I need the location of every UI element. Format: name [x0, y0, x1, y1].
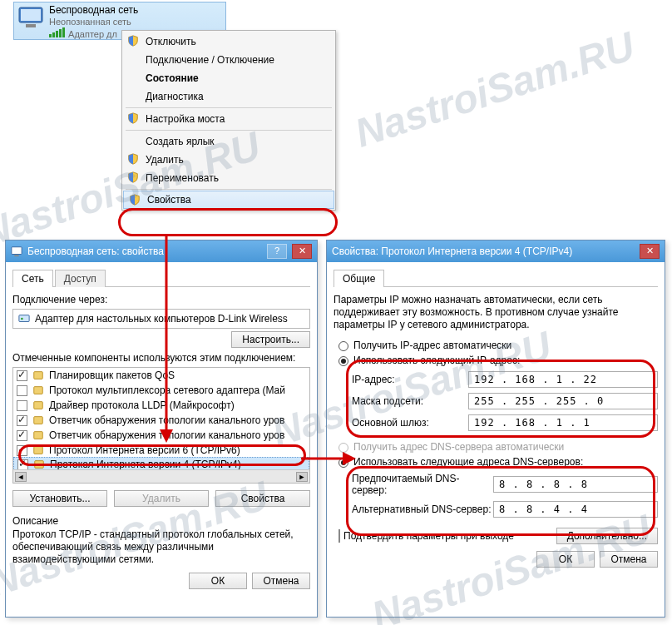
radio-manual-dns[interactable]: Использовать следующие адреса DNS-сервер…: [338, 456, 658, 468]
menu-item[interactable]: Отключить: [122, 32, 335, 51]
menu-item-label: Создать ярлык: [146, 136, 215, 147]
component-icon: [32, 384, 44, 396]
ip-input[interactable]: 192 . 168 . 1 . 22: [468, 371, 658, 388]
ok-button[interactable]: ОК: [189, 573, 247, 589]
svg-rect-4: [14, 255, 18, 256]
menu-item-label: Переименовать: [146, 172, 219, 184]
svg-rect-8: [34, 387, 43, 394]
menu-item[interactable]: Переименовать: [122, 169, 335, 187]
gateway-input[interactable]: 192 . 168 . 1 . 1: [468, 414, 658, 431]
component-item[interactable]: Драйвер протокола LLDP (Майкрософт): [13, 398, 309, 413]
checkbox-icon[interactable]: [17, 385, 27, 396]
dns1-input[interactable]: 8 . 8 . 8 . 8: [493, 476, 658, 493]
menu-item-label: Свойства: [147, 194, 191, 206]
dns1-label: Предпочитаемый DNS-сервер:: [352, 473, 493, 496]
close-button[interactable]: ✕: [640, 244, 660, 259]
menu-separator: [126, 130, 332, 131]
component-item[interactable]: Ответчик обнаружения топологии канальног…: [13, 428, 309, 443]
radio-icon: [338, 356, 348, 366]
checkbox-icon[interactable]: [17, 459, 28, 470]
svg-rect-9: [34, 402, 43, 409]
component-icon: [32, 399, 44, 411]
component-label: Ответчик обнаружения топологии канальног…: [49, 414, 284, 426]
close-button[interactable]: ✕: [292, 244, 312, 259]
radio-icon: [338, 458, 348, 468]
menu-item-label: Настройка моста: [146, 113, 225, 125]
checkbox-icon[interactable]: [17, 430, 27, 441]
menu-item-label: Отключить: [146, 36, 196, 47]
component-icon: [32, 414, 44, 426]
titlebar[interactable]: Беспроводная сеть: свойства ? ✕: [6, 241, 317, 262]
svg-point-6: [21, 318, 23, 320]
dialog-title: Беспроводная сеть: свойства: [27, 246, 164, 257]
radio-icon: [338, 443, 348, 453]
checkbox-icon: [338, 529, 340, 543]
svg-rect-11: [34, 432, 43, 439]
component-item[interactable]: Протокол мультиплексора сетевого адаптер…: [13, 383, 309, 398]
uac-shield-icon: [129, 194, 141, 206]
menu-item[interactable]: Настройка моста: [122, 110, 335, 128]
component-icon: [32, 444, 44, 456]
component-icon: [33, 459, 45, 470]
dns2-label: Альтернативный DNS-сервер:: [352, 503, 493, 515]
uac-shield-icon: [127, 153, 139, 165]
gateway-label: Основной шлюз:: [352, 417, 468, 429]
horizontal-scrollbar[interactable]: ◄ ►: [13, 469, 309, 483]
tab-network[interactable]: Сеть: [12, 270, 53, 287]
component-label: Планировщик пакетов QoS: [49, 370, 175, 381]
checkbox-icon[interactable]: [17, 415, 27, 426]
component-icon: [32, 429, 44, 441]
menu-item-label: Подключение / Отключение: [146, 54, 274, 66]
adapter-icon: [18, 313, 30, 325]
menu-item-label: Удалить: [146, 154, 184, 166]
menu-item[interactable]: Создать ярлык: [122, 132, 335, 151]
description-title: Описание: [12, 515, 310, 527]
radio-auto-ip[interactable]: Получить IP-адрес автоматически: [338, 340, 658, 351]
component-item[interactable]: Планировщик пакетов QoS: [13, 368, 309, 383]
cancel-button[interactable]: Отмена: [252, 573, 310, 589]
properties-button[interactable]: Свойства: [215, 490, 310, 507]
tab-access[interactable]: Доступ: [55, 270, 106, 287]
components-listbox[interactable]: Планировщик пакетов QoSПротокол мультипл…: [12, 367, 310, 484]
tabstrip: Сеть Доступ: [12, 269, 310, 287]
radio-auto-dns: Получить адрес DNS-сервера автоматически: [338, 441, 658, 453]
checkbox-icon[interactable]: [17, 400, 27, 411]
menu-item[interactable]: Диагностика: [122, 87, 335, 106]
ok-button[interactable]: ОК: [536, 551, 595, 568]
adapter-name: Адаптер для настольных компьютеров D-Lin…: [35, 313, 288, 325]
component-item[interactable]: Ответчик обнаружения топологии канальног…: [13, 413, 309, 428]
checkbox-icon[interactable]: [17, 445, 27, 456]
help-button[interactable]: ?: [267, 244, 287, 259]
dns2-input[interactable]: 8 . 8 . 4 . 4: [493, 501, 658, 518]
menu-item[interactable]: Свойства: [123, 191, 334, 209]
checkbox-icon[interactable]: [17, 370, 27, 381]
svg-rect-2: [26, 24, 36, 27]
remove-button: Удалить: [114, 490, 209, 507]
menu-item[interactable]: Удалить: [122, 151, 335, 169]
cancel-button[interactable]: Отмена: [600, 551, 658, 568]
adapter-field: Адаптер для настольных компьютеров D-Lin…: [12, 309, 310, 329]
wifi-signal-icon: [49, 27, 66, 40]
menu-separator: [126, 107, 332, 108]
advanced-button[interactable]: Дополнительно...: [556, 528, 658, 544]
menu-item-label: Диагностика: [146, 91, 204, 102]
mask-input[interactable]: 255 . 255 . 255 . 0: [468, 393, 658, 409]
confirm-checkbox[interactable]: Подтвердить параметры при выходе: [338, 530, 514, 542]
context-menu: ОтключитьПодключение / ОтключениеСостоян…: [121, 30, 336, 211]
radio-manual-ip[interactable]: Использовать следующий IP-адрес:: [338, 355, 658, 366]
annotation-ring: [118, 208, 338, 236]
titlebar[interactable]: Свойства: Протокол Интернета версии 4 (T…: [327, 241, 665, 262]
scroll-right-icon[interactable]: ►: [296, 472, 308, 482]
menu-item[interactable]: Подключение / Отключение: [122, 51, 335, 69]
component-item[interactable]: Протокол Интернета версии 6 (TCP/IPv6): [13, 443, 309, 458]
install-button[interactable]: Установить...: [12, 490, 107, 507]
intro-text: Параметры IP можно назначать автоматичес…: [334, 294, 658, 331]
scroll-left-icon[interactable]: ◄: [15, 472, 27, 482]
uac-shield-icon: [127, 35, 139, 47]
tab-general[interactable]: Общие: [334, 270, 384, 287]
menu-item[interactable]: Состояние: [122, 69, 335, 87]
description-text: Протокол TCP/IP - стандартный протокол г…: [12, 528, 310, 566]
configure-button[interactable]: Настроить...: [231, 331, 310, 348]
network-icon: [11, 246, 22, 257]
component-label: Протокол мультиплексора сетевого адаптер…: [49, 384, 285, 396]
